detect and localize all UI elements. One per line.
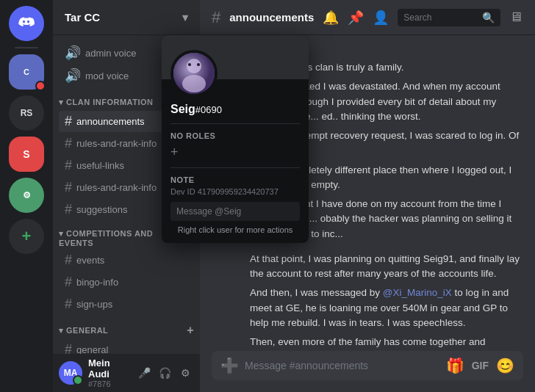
message-continuation-text: At that point, I was planning on quittin… [250, 252, 523, 351]
popup-message-input[interactable] [170, 202, 300, 221]
home-button[interactable] [9, 6, 44, 41]
category-label: ▾ GENERAL [59, 326, 108, 335]
sidebar-server-header[interactable]: Tar CC ▾ [53, 0, 200, 35]
message-group-continuation: At that point, I was planning on quittin… [212, 252, 523, 351]
pin-icon[interactable]: 📌 [348, 10, 364, 26]
server-sidebar: C RS S ⚙ + [0, 0, 53, 392]
server-name: Tar CC [65, 11, 100, 23]
hash-icon: # [65, 253, 72, 268]
popup-body: Seig#0690 NO ROLES + NOTE Dev ID 4179099… [162, 79, 309, 243]
popup-avatar-image [173, 53, 215, 94]
user-avatar[interactable]: MA [59, 361, 82, 385]
popup-note-label: NOTE [170, 175, 300, 184]
channel-hash-icon: # [212, 8, 220, 27]
search-icon: 🔍 [482, 12, 495, 23]
message-spacer [212, 252, 241, 351]
add-file-icon[interactable]: ➕ [220, 357, 239, 374]
server-icon-5[interactable]: + [9, 219, 44, 254]
channel-item-bingo-info[interactable]: # bingo-info [59, 272, 194, 293]
popup-divider-1 [170, 123, 300, 124]
user-info: Mein Audi #7876 [88, 357, 129, 388]
channel-item-general[interactable]: # general [59, 339, 194, 354]
popup-banner [162, 35, 309, 79]
search-bar[interactable]: 🔍 [398, 9, 500, 26]
help-icon[interactable]: ❓ [531, 10, 535, 26]
channel-label: sign-ups [76, 299, 112, 310]
settings-button[interactable]: ⚙ [176, 364, 194, 382]
message-input-box: ➕ 🎁 GIF 😊 [212, 351, 523, 380]
hash-icon: # [65, 297, 72, 312]
channel-label: rules-and-rank-info [76, 138, 157, 149]
popup-avatar-wrap [170, 50, 218, 97]
user-popup[interactable]: Seig#0690 NO ROLES + NOTE Dev ID 4179099… [162, 35, 309, 243]
hash-icon: # [65, 136, 72, 151]
server-icon-1[interactable]: C [9, 54, 44, 90]
username: Mein Audi [88, 357, 129, 380]
channel-label: general [76, 344, 108, 354]
voice-icon: 🔊 [65, 68, 81, 84]
category-label: ▾ CLAN INFORMATION [59, 98, 153, 107]
channel-header: # announcements 🔔 📌 👤 🔍 🖥 ❓ [200, 0, 535, 35]
inbox-icon[interactable]: 🖥 [509, 10, 523, 25]
members-icon[interactable]: 👤 [373, 10, 389, 26]
popup-dev-id: Dev ID 417909959234420737 [170, 187, 300, 196]
message-input-area: ➕ 🎁 GIF 😊 [200, 351, 535, 392]
popup-dev-id-label: Dev ID [170, 187, 195, 196]
popup-roles-placeholder: + [170, 145, 300, 160]
channel-label: rules-and-rank-info [76, 182, 157, 193]
hash-icon: # [65, 275, 72, 290]
popup-dev-id-value: 417909959234420737 [198, 187, 279, 196]
svg-point-3 [188, 63, 191, 66]
chevron-down-icon: ▾ [182, 11, 188, 24]
popup-context-text[interactable]: Right click user for more actions [170, 225, 300, 234]
channel-label: events [76, 255, 104, 266]
message-continuation-content: At that point, I was planning on quittin… [250, 252, 523, 351]
user-area: MA Mein Audi #7876 🎤 🎧 ⚙ [53, 354, 200, 392]
voice-icon: 🔊 [65, 45, 81, 61]
user-controls: 🎤 🎧 ⚙ [135, 364, 194, 382]
deafen-button[interactable]: 🎧 [156, 364, 173, 382]
server-icon-4[interactable]: ⚙ [9, 178, 44, 213]
header-icons: 🔔 📌 👤 🔍 🖥 ❓ [323, 9, 535, 26]
popup-no-roles-label: NO ROLES [170, 131, 300, 140]
add-channel-icon[interactable]: + [187, 324, 194, 337]
popup-username: Seig [170, 103, 195, 115]
server-icon-2[interactable]: RS [9, 95, 44, 131]
popup-divider-2 [170, 167, 300, 168]
hash-icon: # [65, 202, 72, 217]
channel-label: bingo-info [76, 277, 118, 288]
channel-item-sign-ups[interactable]: # sign-ups [59, 294, 194, 315]
mention-xi-marino[interactable]: @Xi_Marino_iX [383, 287, 452, 298]
channel-header-name: announcements [229, 11, 314, 23]
gif-icon[interactable]: GIF [472, 360, 489, 371]
hash-icon: # [65, 342, 72, 354]
server-icon-3[interactable]: S [9, 137, 44, 172]
notification-bell-icon[interactable]: 🔔 [323, 10, 339, 26]
emoji-icon[interactable]: 😊 [496, 357, 514, 374]
popup-username-line: Seig#0690 [170, 103, 300, 116]
hash-icon: # [65, 114, 72, 129]
popup-tag: #0690 [195, 104, 222, 115]
channel-label: useful-links [76, 160, 124, 171]
hash-icon: # [65, 158, 72, 173]
channel-label: announcements [76, 116, 145, 127]
popup-avatar[interactable] [170, 50, 218, 97]
channel-item-events[interactable]: # events [59, 250, 194, 271]
svg-point-4 [197, 63, 200, 66]
message-input[interactable] [245, 360, 440, 371]
svg-point-2 [182, 75, 206, 92]
category-general[interactable]: ▾ GENERAL + [53, 321, 200, 338]
search-input[interactable] [403, 12, 479, 23]
mute-button[interactable]: 🎤 [135, 364, 153, 382]
channel-label: suggestions [76, 204, 127, 215]
gift-icon[interactable]: 🎁 [446, 357, 464, 374]
input-right-icons: 🎁 GIF 😊 [446, 357, 514, 374]
hash-icon: # [65, 180, 72, 195]
channel-label: mod voice [85, 70, 129, 81]
server-divider [15, 47, 38, 48]
user-tag: #7876 [88, 380, 129, 388]
channel-label: admin voice [85, 48, 136, 59]
